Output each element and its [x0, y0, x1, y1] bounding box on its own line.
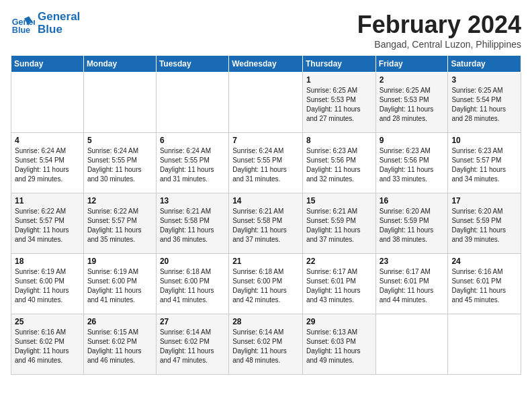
weekday-header-saturday: Saturday: [448, 56, 521, 73]
day-number: 14: [232, 196, 299, 205]
day-info: Sunrise: 6:21 AM Sunset: 5:58 PM Dayligh…: [232, 207, 299, 244]
calendar-cell: [83, 73, 156, 133]
calendar-cell: 1Sunrise: 6:25 AM Sunset: 5:53 PM Daylig…: [302, 73, 375, 133]
day-number: 20: [160, 257, 225, 266]
calendar-cell: 10Sunrise: 6:23 AM Sunset: 5:57 PM Dayli…: [448, 133, 521, 193]
calendar-table: SundayMondayTuesdayWednesdayThursdayFrid…: [11, 55, 521, 375]
day-info: Sunrise: 6:15 AM Sunset: 6:02 PM Dayligh…: [87, 328, 152, 365]
calendar-cell: 28Sunrise: 6:14 AM Sunset: 6:02 PM Dayli…: [229, 314, 303, 375]
calendar-cell: 18Sunrise: 6:19 AM Sunset: 6:00 PM Dayli…: [11, 254, 84, 314]
calendar-cell: 22Sunrise: 6:17 AM Sunset: 6:01 PM Dayli…: [302, 254, 375, 314]
day-number: 17: [451, 196, 517, 205]
page-header: General Blue General Blue February 2024 …: [11, 11, 521, 50]
day-info: Sunrise: 6:25 AM Sunset: 5:53 PM Dayligh…: [380, 86, 445, 124]
calendar-cell: [375, 314, 448, 375]
calendar-cell: 11Sunrise: 6:22 AM Sunset: 5:57 PM Dayli…: [11, 193, 84, 254]
day-number: 5: [87, 136, 152, 145]
day-info: Sunrise: 6:16 AM Sunset: 6:01 PM Dayligh…: [451, 267, 517, 305]
calendar-cell: 8Sunrise: 6:23 AM Sunset: 5:56 PM Daylig…: [302, 133, 375, 193]
calendar-cell: 23Sunrise: 6:17 AM Sunset: 6:01 PM Dayli…: [375, 254, 448, 314]
day-number: 6: [160, 136, 225, 145]
day-info: Sunrise: 6:24 AM Sunset: 5:55 PM Dayligh…: [232, 146, 299, 184]
month-title: February 2024: [357, 11, 521, 39]
day-number: 7: [232, 136, 299, 145]
location: Bangad, Central Luzon, Philippines: [357, 39, 521, 50]
calendar-cell: 4Sunrise: 6:24 AM Sunset: 5:54 PM Daylig…: [11, 133, 84, 193]
day-info: Sunrise: 6:16 AM Sunset: 6:02 PM Dayligh…: [15, 328, 80, 365]
calendar-cell: 21Sunrise: 6:18 AM Sunset: 6:00 PM Dayli…: [229, 254, 303, 314]
day-number: 24: [451, 257, 517, 266]
day-info: Sunrise: 6:23 AM Sunset: 5:56 PM Dayligh…: [306, 146, 372, 184]
calendar-cell: 17Sunrise: 6:20 AM Sunset: 5:59 PM Dayli…: [448, 193, 521, 254]
calendar-cell: 27Sunrise: 6:14 AM Sunset: 6:02 PM Dayli…: [156, 314, 228, 375]
calendar-cell: 16Sunrise: 6:20 AM Sunset: 5:59 PM Dayli…: [375, 193, 448, 254]
day-number: 29: [306, 317, 372, 326]
calendar-cell: 15Sunrise: 6:21 AM Sunset: 5:59 PM Dayli…: [302, 193, 375, 254]
logo: General Blue General Blue: [11, 11, 80, 36]
day-info: Sunrise: 6:13 AM Sunset: 6:03 PM Dayligh…: [306, 328, 372, 365]
title-block: February 2024 Bangad, Central Luzon, Phi…: [357, 11, 521, 50]
logo-line1: General: [38, 11, 80, 24]
day-number: 23: [380, 257, 445, 266]
day-number: 13: [160, 196, 225, 205]
day-number: 10: [451, 136, 517, 145]
day-info: Sunrise: 6:22 AM Sunset: 5:57 PM Dayligh…: [87, 207, 152, 244]
day-number: 26: [87, 317, 152, 326]
day-info: Sunrise: 6:18 AM Sunset: 6:00 PM Dayligh…: [160, 267, 225, 305]
calendar-cell: 9Sunrise: 6:23 AM Sunset: 5:56 PM Daylig…: [375, 133, 448, 193]
day-info: Sunrise: 6:20 AM Sunset: 5:59 PM Dayligh…: [451, 207, 517, 244]
day-number: 4: [15, 136, 80, 145]
logo-line2: Blue: [38, 24, 80, 36]
weekday-header-thursday: Thursday: [302, 56, 375, 73]
calendar-cell: [156, 73, 228, 133]
day-info: Sunrise: 6:23 AM Sunset: 5:56 PM Dayligh…: [380, 146, 445, 184]
calendar-cell: [11, 73, 84, 133]
weekday-header-wednesday: Wednesday: [229, 56, 303, 73]
day-info: Sunrise: 6:20 AM Sunset: 5:59 PM Dayligh…: [380, 207, 445, 244]
calendar-cell: 3Sunrise: 6:25 AM Sunset: 5:54 PM Daylig…: [448, 73, 521, 133]
calendar-cell: 24Sunrise: 6:16 AM Sunset: 6:01 PM Dayli…: [448, 254, 521, 314]
day-number: 28: [232, 317, 299, 326]
day-number: 22: [306, 257, 372, 266]
day-info: Sunrise: 6:21 AM Sunset: 5:58 PM Dayligh…: [160, 207, 225, 244]
calendar-cell: 14Sunrise: 6:21 AM Sunset: 5:58 PM Dayli…: [229, 193, 303, 254]
calendar-cell: 13Sunrise: 6:21 AM Sunset: 5:58 PM Dayli…: [156, 193, 228, 254]
logo-icon: General Blue: [11, 11, 35, 36]
day-info: Sunrise: 6:14 AM Sunset: 6:02 PM Dayligh…: [232, 328, 299, 365]
day-info: Sunrise: 6:24 AM Sunset: 5:55 PM Dayligh…: [87, 146, 152, 184]
day-info: Sunrise: 6:24 AM Sunset: 5:55 PM Dayligh…: [160, 146, 225, 184]
weekday-header-friday: Friday: [375, 56, 448, 73]
day-info: Sunrise: 6:24 AM Sunset: 5:54 PM Dayligh…: [15, 146, 80, 184]
calendar-cell: 19Sunrise: 6:19 AM Sunset: 6:00 PM Dayli…: [83, 254, 156, 314]
day-number: 27: [160, 317, 225, 326]
calendar-cell: 7Sunrise: 6:24 AM Sunset: 5:55 PM Daylig…: [229, 133, 303, 193]
day-number: 8: [306, 136, 372, 145]
day-number: 2: [380, 75, 445, 85]
day-info: Sunrise: 6:23 AM Sunset: 5:57 PM Dayligh…: [451, 146, 517, 184]
day-info: Sunrise: 6:25 AM Sunset: 5:53 PM Dayligh…: [306, 86, 372, 124]
calendar-cell: 29Sunrise: 6:13 AM Sunset: 6:03 PM Dayli…: [302, 314, 375, 375]
day-info: Sunrise: 6:25 AM Sunset: 5:54 PM Dayligh…: [451, 86, 517, 124]
calendar-cell: [448, 314, 521, 375]
calendar-cell: 6Sunrise: 6:24 AM Sunset: 5:55 PM Daylig…: [156, 133, 228, 193]
calendar-cell: 12Sunrise: 6:22 AM Sunset: 5:57 PM Dayli…: [83, 193, 156, 254]
day-info: Sunrise: 6:19 AM Sunset: 6:00 PM Dayligh…: [15, 267, 80, 305]
day-number: 1: [306, 75, 372, 85]
day-info: Sunrise: 6:14 AM Sunset: 6:02 PM Dayligh…: [160, 328, 225, 365]
calendar-cell: 25Sunrise: 6:16 AM Sunset: 6:02 PM Dayli…: [11, 314, 84, 375]
day-number: 15: [306, 196, 372, 205]
calendar-cell: 26Sunrise: 6:15 AM Sunset: 6:02 PM Dayli…: [83, 314, 156, 375]
day-info: Sunrise: 6:18 AM Sunset: 6:00 PM Dayligh…: [232, 267, 299, 305]
day-number: 12: [87, 196, 152, 205]
day-number: 16: [380, 196, 445, 205]
day-number: 3: [451, 75, 517, 85]
calendar-cell: 2Sunrise: 6:25 AM Sunset: 5:53 PM Daylig…: [375, 73, 448, 133]
day-number: 18: [15, 257, 80, 266]
day-number: 19: [87, 257, 152, 266]
day-info: Sunrise: 6:17 AM Sunset: 6:01 PM Dayligh…: [380, 267, 445, 305]
day-number: 9: [380, 136, 445, 145]
day-info: Sunrise: 6:21 AM Sunset: 5:59 PM Dayligh…: [306, 207, 372, 244]
day-number: 11: [15, 196, 80, 205]
day-info: Sunrise: 6:17 AM Sunset: 6:01 PM Dayligh…: [306, 267, 372, 305]
calendar-cell: 5Sunrise: 6:24 AM Sunset: 5:55 PM Daylig…: [83, 133, 156, 193]
